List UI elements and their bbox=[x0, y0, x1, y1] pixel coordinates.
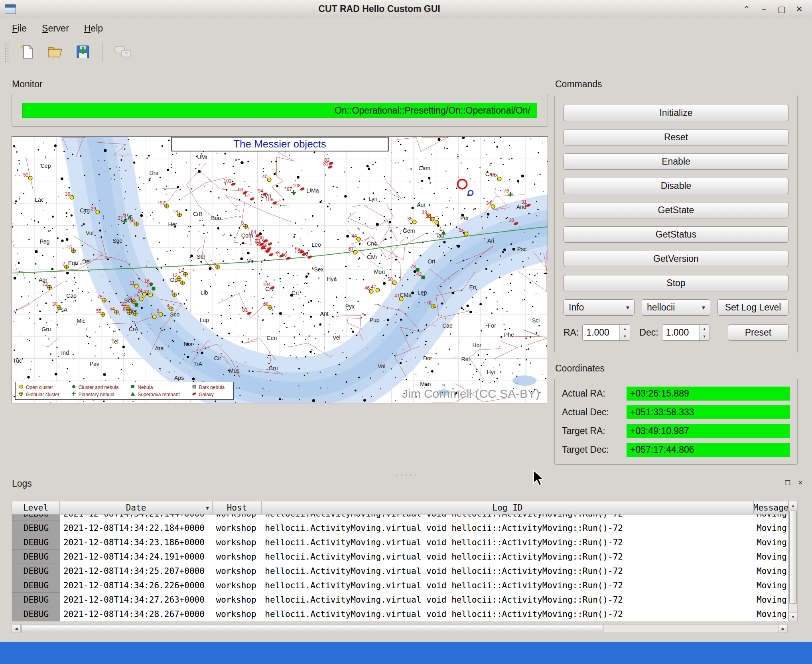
application-window: CUT RAD Hello Custom GUI ⌃ − ▢ ✕ FileSer… bbox=[0, 0, 812, 664]
log-cell: 2021-12-08T14:34:24.191+0000 bbox=[60, 550, 213, 564]
messier-marker-m72: 72 bbox=[47, 285, 52, 290]
constellation-label: Cam bbox=[418, 165, 430, 171]
help-icon: ? bbox=[113, 43, 132, 62]
open-button[interactable] bbox=[43, 41, 67, 64]
help-button[interactable]: ? bbox=[111, 41, 134, 64]
constellation-label: Ant bbox=[320, 310, 328, 317]
messier-marker-m17: 17 bbox=[151, 286, 156, 291]
messier-marker-m5: 5 bbox=[215, 264, 221, 270]
messier-marker-m69: 69 bbox=[127, 310, 132, 315]
messier-marker-m54: 54 bbox=[114, 309, 119, 315]
horizontal-scrollbar-thumb[interactable] bbox=[21, 625, 603, 632]
save-button[interactable] bbox=[71, 41, 95, 64]
toolbar-drag-handle[interactable] bbox=[5, 43, 8, 62]
log-column-log-id[interactable]: Log ID bbox=[262, 501, 754, 515]
legend-item-gal: Galaxy bbox=[192, 391, 231, 397]
coordinates-section-label: Coordinates bbox=[555, 363, 605, 374]
pn-symbol-icon bbox=[71, 391, 76, 397]
maximize-icon[interactable]: ▢ bbox=[774, 2, 790, 16]
getstate-button[interactable]: GetState bbox=[564, 202, 788, 218]
constellation-label: Cap bbox=[66, 293, 77, 299]
log-level-combo[interactable]: Info ▾ bbox=[564, 299, 635, 316]
chevron-down-icon: ▾ bbox=[697, 304, 705, 311]
ra-spinbox[interactable]: 1.000 ▲ ▼ bbox=[582, 324, 630, 341]
sort-desc-icon: ▼ bbox=[206, 505, 209, 511]
legend-item-oc: Open cluster bbox=[19, 384, 65, 390]
enable-button[interactable]: Enable bbox=[564, 153, 788, 170]
menu-help[interactable]: Help bbox=[78, 20, 109, 37]
close-dock-icon[interactable]: ✕ bbox=[796, 478, 805, 487]
log-row[interactable]: DEBUG2021-12-08T14:34:28.267+0000worksho… bbox=[12, 607, 788, 621]
messier-marker-m70: 70 bbox=[132, 311, 138, 316]
log-row[interactable]: DEBUG2021-12-08T14:34:25.207+0000worksho… bbox=[12, 564, 788, 578]
constellation-label: Pyx bbox=[345, 303, 355, 310]
horizontal-scrollbar[interactable]: ◀ ▶ bbox=[12, 624, 788, 633]
spin-down-icon[interactable]: ▼ bbox=[700, 333, 710, 341]
messier-marker-m39: 39 bbox=[69, 194, 75, 200]
target-ring-red bbox=[457, 179, 468, 189]
messier-marker-m103: 103 bbox=[497, 176, 502, 182]
messier-marker-m47: 47 bbox=[375, 287, 380, 293]
minimize-icon[interactable]: − bbox=[756, 2, 772, 16]
log-row[interactable]: DEBUG2021-12-08T14:34:26.226+0000worksho… bbox=[12, 578, 788, 593]
set-log-level-button[interactable]: Set Log Level bbox=[717, 299, 788, 316]
target-dec-value: +057:17:44.806 bbox=[627, 443, 790, 457]
disable-button[interactable]: Disable bbox=[564, 178, 788, 194]
log-row[interactable]: DEBUG2021-12-08T14:34:22.184+0000worksho… bbox=[12, 521, 788, 535]
log-cell: Moving bbox=[753, 564, 788, 578]
vertical-scrollbar-thumb[interactable] bbox=[789, 511, 797, 604]
constellation-label: Dor bbox=[423, 355, 432, 361]
shade-icon[interactable]: ⌃ bbox=[739, 2, 755, 16]
vertical-scrollbar[interactable]: ▲ ▼ bbox=[788, 501, 798, 621]
logger-combo[interactable]: hellocii ▾ bbox=[642, 299, 710, 316]
dec-spinbox[interactable]: 1.000 ▲ ▼ bbox=[662, 324, 710, 341]
scroll-right-icon[interactable]: ▶ bbox=[778, 625, 787, 633]
messier-marker-m82: 82 bbox=[328, 161, 334, 166]
log-row[interactable]: DEBUG2021-12-08T14:34:23.186+0000worksho… bbox=[12, 535, 788, 550]
constellation-label: Hya bbox=[327, 276, 337, 282]
preset-button[interactable]: Preset bbox=[728, 324, 788, 341]
messier-marker-m104: 104 bbox=[270, 285, 275, 291]
messier-marker-m35: 35 bbox=[412, 219, 417, 225]
scroll-left-icon[interactable]: ◀ bbox=[12, 625, 21, 633]
new-document-button[interactable] bbox=[16, 41, 39, 64]
reset-button[interactable]: Reset bbox=[564, 129, 788, 145]
constellation-label: Sex bbox=[314, 266, 323, 273]
scroll-down-icon[interactable]: ▼ bbox=[789, 612, 797, 621]
close-icon[interactable]: ✕ bbox=[791, 2, 807, 16]
spin-up-icon[interactable]: ▲ bbox=[620, 325, 630, 333]
log-row[interactable]: DEBUG2021-12-08T14:34:21.144+0000worksho… bbox=[12, 515, 788, 521]
log-cell: 2021-12-08T14:34:27.263+0000 bbox=[60, 593, 213, 607]
actual-ra-value: +03:26:15.889 bbox=[627, 387, 790, 401]
log-column-date[interactable]: Date▼ bbox=[60, 501, 213, 515]
constellation-label: Her bbox=[168, 221, 177, 228]
log-level-cell: DEBUG bbox=[12, 550, 60, 564]
menu-server[interactable]: Server bbox=[35, 20, 75, 37]
menu-file[interactable]: File bbox=[6, 20, 33, 37]
constellation-label: Tel bbox=[111, 338, 118, 345]
log-level-value: Info bbox=[569, 302, 584, 313]
splitter-handle[interactable]: ····· bbox=[385, 470, 429, 480]
log-column-level[interactable]: Level bbox=[12, 501, 60, 515]
constellation-label: Mic bbox=[77, 318, 85, 324]
constellation-label: Hor bbox=[472, 342, 481, 348]
log-row[interactable]: DEBUG2021-12-08T14:34:24.191+0000worksho… bbox=[12, 550, 788, 564]
stop-button[interactable]: Stop bbox=[564, 275, 788, 291]
scroll-up-icon[interactable]: ▲ bbox=[789, 501, 797, 510]
log-column-host[interactable]: Host bbox=[213, 501, 262, 515]
messier-marker-m63: 63 bbox=[242, 190, 248, 196]
initialize-button[interactable]: Initialize bbox=[564, 105, 788, 121]
float-dock-icon[interactable]: ❐ bbox=[783, 478, 792, 487]
log-cell: hellocii.ActivityMoving.virtual void hel… bbox=[262, 564, 753, 578]
getstatus-button[interactable]: GetStatus bbox=[564, 226, 788, 243]
constellation-label: Lep bbox=[418, 289, 427, 296]
constellation-label: Pup bbox=[370, 317, 380, 323]
log-table: LevelDate▼HostLog IDMessage DEBUG2021-12… bbox=[12, 501, 788, 621]
spin-up-icon[interactable]: ▲ bbox=[700, 325, 710, 333]
spin-down-icon[interactable]: ▼ bbox=[620, 333, 630, 341]
log-row[interactable]: DEBUG2021-12-08T14:34:27.263+0000worksho… bbox=[12, 593, 788, 607]
log-column-message[interactable]: Message bbox=[754, 501, 788, 515]
getversion-button[interactable]: GetVersion bbox=[564, 251, 788, 267]
log-cell: Moving bbox=[753, 535, 788, 550]
target-ra-value: +03:49:10.987 bbox=[627, 424, 790, 438]
